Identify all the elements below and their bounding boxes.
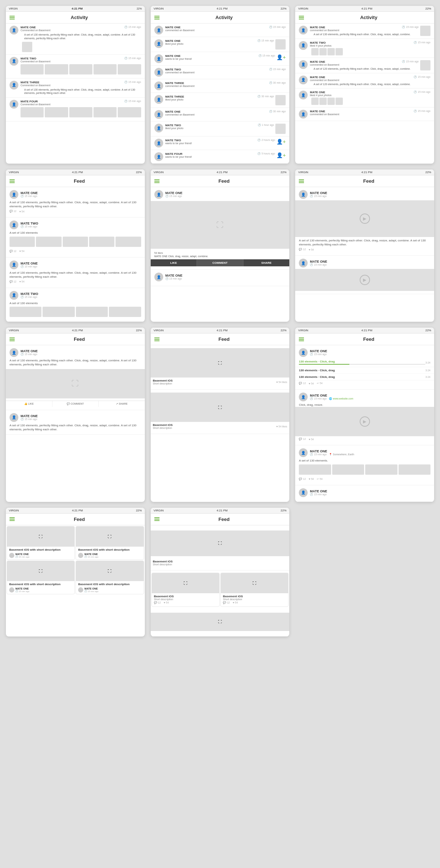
action-text: wants to be your friend! — [165, 156, 275, 158]
user-name: MATE ONE — [21, 26, 50, 29]
image-icon: ⛶ — [39, 569, 43, 573]
comment-button[interactable]: 💬 COMMENT — [52, 401, 99, 407]
post-stats: 💬 12 ♥ 54 — [295, 247, 434, 252]
post-time: 🕐 15 min ago — [310, 195, 327, 198]
carrier-text: VIRGIN — [9, 7, 18, 10]
time-ago: 🕐 15 min ago — [124, 57, 141, 60]
app-header: Feed — [295, 333, 434, 345]
feed-post: 👤 MATE ONE 🕐 15 min ago ▶ A set of 130 e… — [295, 187, 434, 256]
post-info: Basement iOS Short description 💬 12 ♥ 54 — [152, 593, 219, 606]
thumb — [45, 64, 68, 74]
activity-item: 👤 MATE TWO 🕐 2 hours ago wants to be you… — [151, 136, 290, 150]
menu-icon[interactable] — [10, 338, 15, 341]
menu-icon[interactable] — [154, 517, 160, 521]
thumb — [275, 39, 286, 50]
app-header: Feed — [151, 514, 290, 525]
add-friend-icon[interactable]: 👤+ — [276, 54, 286, 60]
menu-icon[interactable] — [154, 16, 160, 19]
screen-title: Feed — [18, 336, 141, 342]
like-button[interactable]: 👍 LIKE — [6, 401, 52, 407]
action-text: commented on Basement — [310, 29, 419, 32]
action-text: liked your photo — [165, 127, 274, 130]
screen-title: Feed — [18, 178, 141, 184]
post-body: A set of 130 elements, perfectly fitting… — [21, 88, 141, 95]
like-button[interactable]: LIKE — [151, 259, 197, 266]
menu-icon[interactable] — [10, 517, 15, 521]
time-ago: 🕐 15 min ago — [124, 26, 141, 29]
status-bar: VIRGIN4:21 PM22% — [151, 169, 290, 175]
post-time: 🕐 15 min ago — [310, 397, 327, 400]
music-track[interactable]: 130 elements · Click, drag 3:24 — [295, 358, 434, 367]
action-buttons-light: 👍 LIKE 💬 COMMENT ↗ SHARE — [6, 401, 145, 407]
activity-item: 👤 MATE TWO Commented on Basement 🕐 15 mi… — [6, 55, 145, 79]
avatar — [9, 553, 14, 558]
post-body: A set of 120 elements, perfectly fitting… — [310, 67, 419, 71]
track-title: 130 elements · Click, drag — [299, 360, 425, 363]
user-name: MATE THREE — [165, 95, 184, 98]
post-time: 🕐 15 min ago — [21, 353, 38, 356]
post-stats: 💬 12 ♥ 54 ↩ 54 — [295, 380, 434, 386]
card-info: Basement iOS Short description — [151, 558, 290, 567]
user-name: MATE TWO — [310, 41, 326, 44]
activity-content: MATE TWO 🕐 15 min ago commented on Basem… — [165, 68, 286, 74]
image-icon: ⛶ — [39, 535, 43, 539]
thumb — [118, 107, 141, 117]
activity-content: MATE THREE 🕐 30 min ago commented on Bas… — [165, 81, 286, 87]
feed-post: 👤 MATE ONE 🕐 15 min ago 130 elements · C… — [295, 345, 434, 390]
avatar: 👤 — [154, 39, 163, 48]
track-duration: 3:24 — [425, 369, 430, 372]
thumb — [327, 48, 335, 55]
add-friend-icon[interactable]: 👤+ — [276, 139, 286, 145]
website-link[interactable]: 🌐 www.website.com — [329, 397, 353, 400]
comment-button[interactable]: COMMENT — [197, 259, 243, 266]
menu-icon[interactable] — [299, 179, 304, 183]
menu-icon[interactable] — [10, 16, 15, 19]
replies-stat: ↩ 54 — [317, 478, 323, 481]
post-header: 👤 MATE TWO 🕐 15 min ago — [6, 220, 145, 229]
music-track[interactable]: 130 elements · Click, drag 3:24 — [295, 367, 434, 374]
menu-icon[interactable] — [154, 179, 160, 183]
time: 🕐 2 hours ago — [257, 139, 275, 142]
post-header: 👤 MATE ONE 🕐 10 min ago — [6, 260, 145, 269]
feed-post: 👤 MATE ONE 🕐 15 min ago — [151, 270, 290, 286]
user-name: MATE TWO — [21, 57, 50, 60]
avatar: 👤 — [299, 26, 308, 34]
activity-content: MATE THREE 🕐 30 min ago liked your photo — [165, 95, 274, 101]
poster-name: MATE ONE — [21, 262, 38, 265]
action-text: commented on Basement — [165, 113, 286, 116]
music-track[interactable]: 130 elements · Click, drag 3:24 — [295, 374, 434, 380]
feed-post: ⛶ Basement iOS Short description ♥ 54 li… — [151, 390, 290, 434]
menu-icon[interactable] — [10, 179, 15, 183]
play-button[interactable]: ▶ — [360, 275, 370, 285]
status-bar: VIRGIN4:21 PM22% — [151, 508, 290, 514]
add-friend-icon[interactable]: 👤+ — [276, 152, 286, 158]
author-time: 🕐 15 min ago — [84, 555, 98, 558]
image-placeholder-icon: ⛶ — [218, 405, 222, 409]
post-desc: Short description — [223, 598, 286, 601]
post-header: 👤 MATE ONE 🕐 15 min ago 📍 Somewhere, Ear… — [295, 448, 434, 457]
user-name: MATE ONE — [165, 39, 181, 43]
app-header: Feed — [295, 175, 434, 187]
menu-icon[interactable] — [154, 338, 160, 341]
video-placeholder-sm: ▶ — [295, 269, 434, 291]
replies-stat: ↩ 54 — [317, 382, 323, 385]
activity-item: 👤 MATE THREE 🕐 30 min ago commented on B… — [151, 79, 290, 93]
post-title: Basement iOS with short description — [78, 548, 141, 552]
share-button[interactable]: SHARE — [243, 259, 290, 266]
action-text: wants to be your friend! — [165, 58, 275, 60]
activity-item: 👤 MATE ONE 🕐 15 min ago wants to be your… — [151, 52, 290, 66]
thumb — [63, 237, 88, 247]
play-button[interactable]: ▶ — [360, 416, 370, 427]
app-header: Feed — [151, 333, 290, 345]
menu-icon[interactable] — [299, 16, 304, 19]
comments-stat: 💬 12 — [154, 601, 161, 604]
post-stats: 💬 12 ♥ 54 — [6, 208, 145, 214]
action-text: commented on Basement — [310, 63, 419, 66]
app-title: Basement iOS — [153, 560, 173, 563]
play-button[interactable]: ▶ — [360, 214, 370, 224]
menu-icon[interactable] — [299, 338, 304, 341]
app-header: Activity — [295, 12, 434, 23]
share-button[interactable]: ↗ SHARE — [99, 401, 145, 407]
thumb — [420, 60, 430, 70]
avatar: 👤 — [154, 152, 163, 161]
